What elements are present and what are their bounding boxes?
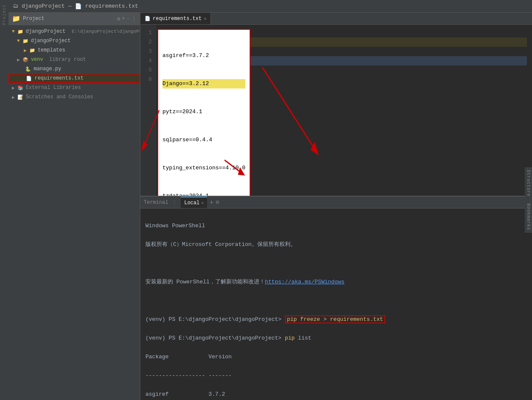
ann-line-2: Django==3.2.12 [162,79,245,89]
tab-requirements[interactable]: 📄 requirements.txt ✕ [140,13,211,24]
tree-item-djangoproject[interactable]: ▼ 📁 djangoProject [9,36,140,46]
term-line-5 [145,296,527,306]
tree-scratch-icon: 📝 [17,94,23,100]
terminal-tabs-bar: Terminal : Local ✕ + ⊟ [140,197,532,209]
tree-item-scratches-label: Scratches and Consoles [26,94,93,100]
line-numbers: 1 2 3 4 5 6 [140,25,156,196]
settings-icon[interactable]: ⚙ [117,16,120,22]
title-separator: — [68,3,71,9]
tree-venv-icon: 📦 [23,57,28,63]
tab-file-icon: 📄 [145,16,151,21]
tree-item-requirements[interactable]: 📄 requirements.txt [9,74,140,83]
terminal-tab-local-label: Local [184,200,199,206]
editor-tabs: 📄 requirements.txt ✕ [140,13,532,25]
term-line-7: (venv) PS E:\djangoProject\djangoProject… [145,334,527,343]
editor-panel: 📄 requirements.txt ✕ asgiref==3.7.2 Djan… [140,13,532,400]
tree-venv-arrow: ▶ [17,57,20,63]
tree-item-scratches[interactable]: ▶ 📝 Scratches and Consoles [9,92,140,102]
tree-item-djangoproject-label: djangoProject [31,38,71,44]
term-line-6: (venv) PS E:\djangoProject\djangoProject… [145,315,527,324]
file-icon-title: 📄 [75,3,82,10]
project-panel: 📁 Project ⚙ + - ⋮ ▼ 📁 djangoProject E:\d… [9,13,140,400]
term-line-4: 安装最新的 PowerShell，了解新功能和改进！https://aka.ms… [145,277,527,287]
term-line-separator: ------------------ ------- [145,371,527,380]
tree-item-templates-label: templates [38,47,65,53]
tree-subfolder-icon: 📁 [23,38,28,44]
expand-icon[interactable]: + [122,16,125,22]
terminal-label: Terminal [144,200,168,206]
more-icon[interactable]: ⋮ [131,16,137,22]
project-icon: 🗂 [13,3,18,9]
panel-header-icons: ⚙ + - ⋮ [117,16,137,22]
file-tree: ▼ 📁 djangoProject E:\djangoProject\djang… [9,25,140,400]
terminal-tab-close[interactable]: ✕ [201,200,204,206]
project-title: djangoProject [22,3,65,9]
pip-cmd: pip [285,335,295,341]
tree-folder-icon: 📁 [17,29,23,34]
project-folder-icon: 📁 [12,14,20,23]
tree-item-requirements-label: requirements.txt [34,75,83,81]
tree-item-label: djangoProject E:\djangoProject\djangoPro… [26,29,140,34]
pip-freeze-text: pip freeze > requirements.txt [287,316,383,323]
tree-scratch-arrow: ▶ [12,94,15,100]
tab-close-icon[interactable]: ✕ [204,16,206,21]
tree-item-templates[interactable]: ▶ 📁 templates [9,46,140,55]
tree-item-extlib-label: External Libraries [26,85,81,91]
ann-line-4: sqlparse==0.4.4 [162,135,245,145]
file-title: requirements.txt [85,3,138,9]
term-line-3 [145,259,527,268]
ann-line-6: tzdata==2024.1 [162,191,245,196]
project-panel-title: Project [23,16,114,22]
terminal-content[interactable]: Windows PowerShell 版权所有（C）Microsoft Corp… [140,209,532,400]
project-panel-header: 📁 Project ⚙ + - ⋮ [9,13,140,25]
term-line-1: Windows PowerShell [145,221,527,231]
tree-item-djangoproject-root[interactable]: ▼ 📁 djangoProject E:\djangoProject\djang… [9,27,140,36]
structure-label[interactable]: Structure [525,167,532,199]
tree-item-venv-label: venv library root [31,57,86,63]
term-line-pkg-header: Package Version [145,352,527,362]
bookmarks-label[interactable]: Bookmarks [525,201,532,233]
term-line-2: 版权所有（C）Microsoft Corporation。保留所有权利。 [145,240,527,249]
tree-managepy-spacer [17,66,23,71]
tree-templates-arrow: ▶ [24,48,27,53]
ann-line-3: pytz==2024.1 [162,107,245,117]
annotation-box: asgiref==3.7.2 Django==3.2.12 pytz==2024… [157,29,250,196]
right-side-labels: Structure Bookmarks [525,167,532,233]
tree-templates-icon: 📁 [29,48,35,53]
ide-body: 📁 Project ⚙ + - ⋮ ▼ 📁 djangoProject E:\d… [9,13,532,400]
terminal-add-button[interactable]: + [210,199,213,206]
tree-item-external-libs[interactable]: ▶ 📚 External Libraries [9,83,140,92]
main-content: 🗂 djangoProject — 📄 requirements.txt 📁 P… [9,0,532,400]
tree-extlib-icon: 📚 [17,85,23,91]
project-sidebar-label[interactable]: Project [2,4,7,25]
tree-managepy-icon: 🐍 [25,66,31,72]
terminal-area: Terminal : Local ✕ + ⊟ Windows PowerShel… [140,196,532,400]
tree-req-icon: 📄 [26,76,32,81]
collapse-icon[interactable]: - [127,16,130,22]
ann-line-5: typing_extensions==4.10.0 [162,163,245,173]
tree-item-managepy[interactable]: 🐍 manage.py [9,64,140,74]
editor-content: asgiref==3.7.2 Django==3.2.12 pytz==2024… [140,25,532,196]
powershell-link[interactable]: https://aka.ms/PSWindows [265,279,344,285]
term-line-asgiref: asgiref 3.7.2 [145,390,527,399]
sidebar-strip: Project [0,0,9,400]
terminal-split-button[interactable]: ⊟ [216,199,219,206]
tree-item-venv[interactable]: ▶ 📦 venv library root [9,55,140,64]
tree-req-spacer [18,76,23,81]
pip-freeze-cmd: pip freeze > requirements.txt [285,315,385,323]
tree-extlib-arrow: ▶ [12,85,15,91]
tree-arrow-icon: ▼ [12,29,15,34]
ann-line-1: asgiref==3.7.2 [162,51,245,60]
terminal-tab-local[interactable]: Local ✕ [181,197,207,208]
tab-label: requirements.txt [153,16,202,22]
tree-item-managepy-label: manage.py [34,66,61,72]
tree-arrow-sub-icon: ▼ [17,38,20,43]
title-bar: 🗂 djangoProject — 📄 requirements.txt [9,0,532,13]
